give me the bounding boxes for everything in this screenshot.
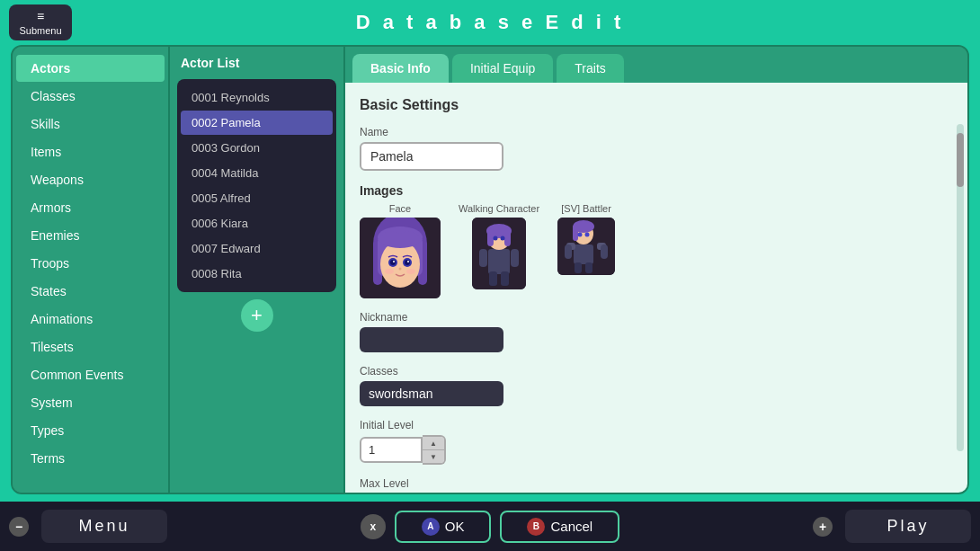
list-item[interactable]: 0008 Rita <box>181 262 333 286</box>
add-actor-button[interactable]: + <box>241 299 273 332</box>
sv-portrait-svg <box>557 218 615 275</box>
max-level-label: Max Level <box>360 477 953 490</box>
svg-point-23 <box>494 236 498 241</box>
initial-level-label: Initial Level <box>360 419 953 431</box>
sidebar-item-enemies[interactable]: Enemies <box>16 222 165 249</box>
svg-rect-22 <box>504 228 511 246</box>
sidebar-item-types[interactable]: Types <box>16 417 165 444</box>
images-row: Face <box>360 203 953 298</box>
submenu-button[interactable]: ≡ Submenu <box>9 4 72 40</box>
classes-field-group: Classes swordsman <box>360 365 953 406</box>
initial-level-field-group: Initial Level ▲ ▼ <box>360 419 953 465</box>
play-label: Play <box>886 517 929 536</box>
bottom-bar: − Menu x A OK B Cancel + Play <box>0 502 980 551</box>
scrollbar-track[interactable] <box>957 124 964 452</box>
face-label: Face <box>389 203 411 214</box>
svg-point-13 <box>399 268 402 271</box>
sidebar-item-items[interactable]: Items <box>16 138 165 165</box>
sidebar-item-animations[interactable]: Animations <box>16 306 165 333</box>
name-field-group: Name <box>360 126 953 171</box>
sidebar-item-troops[interactable]: Troops <box>16 250 165 277</box>
walk-portrait-svg <box>472 218 526 289</box>
list-item[interactable]: 0002 Pamela <box>181 111 333 135</box>
list-item[interactable]: 0005 Alfred <box>181 186 333 210</box>
tab-initial-equip[interactable]: Initial Equip <box>452 54 553 83</box>
settings-area: Basic Settings Name Images Face <box>345 83 967 493</box>
classes-label: Classes <box>360 365 953 378</box>
list-item[interactable]: 0007 Edward <box>181 236 333 261</box>
right-panel: Basic Info Initial Equip Traits Basic Se… <box>345 47 967 493</box>
svg-point-11 <box>393 261 395 262</box>
sidebar-item-skills[interactable]: Skills <box>16 111 165 138</box>
sidebar-item-system[interactable]: System <box>16 389 165 416</box>
nickname-input[interactable] <box>360 327 503 352</box>
face-image[interactable] <box>360 218 441 298</box>
sidebar-item-classes[interactable]: Classes <box>16 83 165 110</box>
tab-traits[interactable]: Traits <box>557 54 623 83</box>
sidebar-item-common-events[interactable]: Common Events <box>16 361 165 388</box>
x-badge: x <box>361 514 386 539</box>
svg-rect-25 <box>489 271 497 286</box>
cancel-label: Cancel <box>550 519 592 534</box>
a-badge: A <box>422 518 440 536</box>
sidebar-item-tilesets[interactable]: Tilesets <box>16 333 165 360</box>
b-badge: B <box>527 518 545 536</box>
svg-rect-38 <box>575 262 582 273</box>
face-portrait-svg <box>360 218 441 298</box>
nickname-field-group: Nickname <box>360 311 953 352</box>
cancel-button[interactable]: B Cancel <box>500 511 619 543</box>
sv-label: [SV] Battler <box>561 203 611 214</box>
sidebar-item-states[interactable]: States <box>16 278 165 305</box>
initial-level-up-button[interactable]: ▲ <box>423 437 444 449</box>
svg-point-14 <box>385 269 394 274</box>
svg-point-15 <box>406 269 415 274</box>
plus-icon: + <box>813 517 833 537</box>
submenu-icon: ≡ <box>37 9 44 23</box>
svg-rect-26 <box>501 271 509 286</box>
add-actor-area: + <box>177 299 336 332</box>
svg-rect-35 <box>573 225 578 241</box>
svg-point-24 <box>501 236 505 241</box>
svg-point-12 <box>407 261 409 262</box>
scrollbar-thumb[interactable] <box>957 133 964 187</box>
list-item[interactable]: 0001 Reynolds <box>181 85 333 110</box>
initial-level-down-button[interactable]: ▼ <box>423 450 444 463</box>
svg-rect-28 <box>511 249 519 267</box>
sidebar-item-terms[interactable]: Terms <box>16 445 165 472</box>
sidebar-item-actors[interactable]: Actors <box>16 55 165 82</box>
sidebar-item-weapons[interactable]: Weapons <box>16 166 165 193</box>
walk-label: Walking Character <box>459 203 539 214</box>
ok-label: OK <box>445 519 465 534</box>
tab-basic-info[interactable]: Basic Info <box>352 54 449 83</box>
svg-point-9 <box>390 260 396 265</box>
images-label: Images <box>360 183 953 198</box>
ok-button[interactable]: A OK <box>395 511 492 543</box>
menu-button[interactable]: Menu <box>41 510 167 543</box>
tabs: Basic Info Initial Equip Traits <box>345 47 967 83</box>
menu-label: Menu <box>78 517 129 536</box>
sidebar: Actors Classes Skills Items Weapons Armo… <box>13 47 170 493</box>
actor-list-title: Actor List <box>177 54 336 72</box>
list-item[interactable]: 0006 Kiara <box>181 211 333 236</box>
center-buttons: x A OK B Cancel <box>176 511 804 543</box>
list-item[interactable]: 0003 Gordon <box>181 136 333 160</box>
play-button[interactable]: Play <box>845 510 971 543</box>
initial-level-input[interactable] <box>360 437 423 463</box>
top-bar: ≡ Submenu D a t a b a s e E d i t <box>0 0 980 45</box>
sv-image[interactable] <box>557 218 615 275</box>
sv-image-box: [SV] Battler <box>557 203 615 275</box>
walk-image[interactable] <box>472 218 526 289</box>
actor-list-panel: Actor List 0001 Reynolds 0002 Pamela 000… <box>170 47 345 493</box>
svg-point-37 <box>585 233 590 237</box>
svg-rect-30 <box>574 244 593 264</box>
settings-title: Basic Settings <box>360 97 953 113</box>
submenu-label: Submenu <box>19 25 61 36</box>
name-label: Name <box>360 126 953 138</box>
classes-select[interactable]: swordsman <box>360 381 503 406</box>
initial-level-wrapper: ▲ ▼ <box>360 435 450 465</box>
list-item[interactable]: 0004 Matilda <box>181 161 333 185</box>
nickname-label: Nickname <box>360 311 953 324</box>
main-content: Actors Classes Skills Items Weapons Armo… <box>11 45 969 494</box>
sidebar-item-armors[interactable]: Armors <box>16 194 165 221</box>
name-input[interactable] <box>360 142 503 171</box>
